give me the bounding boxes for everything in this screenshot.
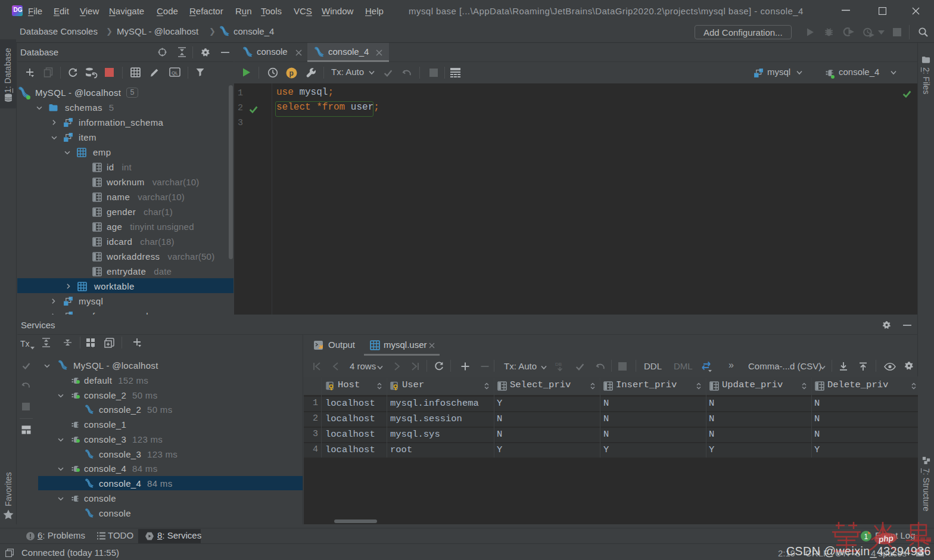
svg-text:QL: QL [172,70,178,76]
svg-text:1: 1 [864,533,868,541]
svg-text:p: p [289,69,294,77]
svg-text:DB: DB [555,362,562,367]
